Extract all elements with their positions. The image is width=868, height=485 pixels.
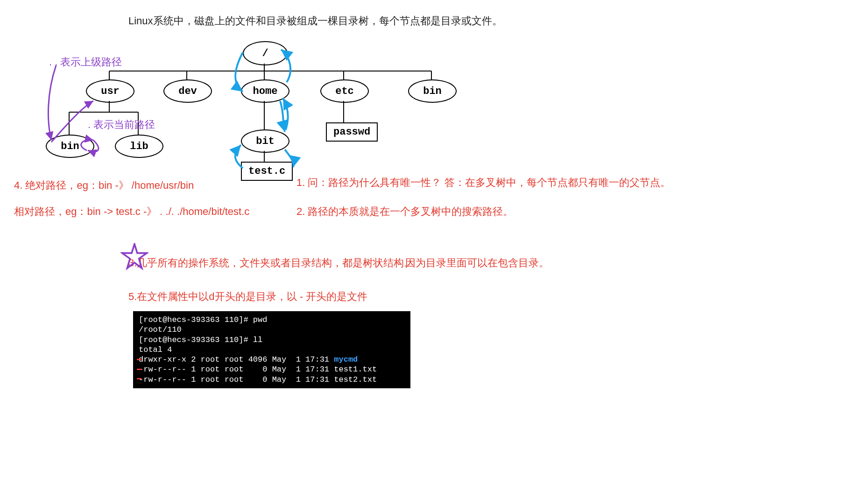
note-1: 1. 问：路径为什么具有唯一性？ 答：在多叉树中，每个节点都只有唯一的父节点。 [296,176,670,190]
note-4: 4. 绝对路径，eg：bin -》 /home/usr/bin [14,178,194,193]
term-l3: -rw-r--r-- 1 root root 0 May 1 17:31 tes… [139,375,377,384]
diagram-svg [0,0,868,485]
node-bit: bit [241,129,289,153]
node-usr: usr [86,79,134,103]
node-lib: lib [115,135,163,158]
underline-dash1 [137,369,141,370]
term-out1: /root/110 [139,325,182,334]
term-l1a: drwxr-xr-x 2 root root 4096 May 1 17:31 [139,355,334,364]
term-cmd1: pwd [253,315,268,324]
node-bin-top: bin [408,79,457,103]
node-passwd: passwd [326,122,378,142]
note-2: 2. 路径的本质就是在一个多叉树中的搜索路径。 [296,205,513,219]
terminal: [root@hecs-393363 110]# pwd /root/110 [r… [133,311,410,388]
term-l1b: mycmd [334,355,358,364]
node-home: home [241,79,289,103]
note-5: 5.在文件属性中以d开头的是目录，以 - 开头的是文件 [128,290,367,304]
node-bin: bin [46,135,94,158]
label-current-path: . 表示当前路径 [88,118,155,132]
note-3a: 3.几乎所有的操作系统，文件夹或者目录结构，都是树状结构。 [128,256,414,270]
underline-dash2 [137,378,141,379]
term-prompt2: [root@hecs-393363 110]# [139,335,253,344]
page: Linux系统中，磁盘上的文件和目录被组成一棵目录树，每个节点都是目录或文件。 … [0,0,868,485]
node-etc: etc [320,79,369,103]
term-prompt1: [root@hecs-393363 110]# [139,315,253,324]
term-l2: -rw-r--r-- 1 root root 0 May 1 17:31 tes… [139,365,377,374]
node-dev: dev [163,79,212,103]
intro-text: Linux系统中，磁盘上的文件和目录被组成一棵目录树，每个节点都是目录或文件。 [128,14,502,28]
note-3b: 因为目录里面可以在包含目录。 [405,256,549,270]
term-out2: total 4 [139,345,172,354]
node-testc: test.c [241,162,293,181]
star-icon [120,243,148,271]
term-cmd2: ll [253,335,262,344]
underline-d [137,359,141,360]
label-parent-path: . . 表示上级路径 [49,55,122,69]
note-4b: 相对路径，eg：bin -> test.c -》 . ./. ./home/bi… [14,205,249,219]
node-root: / [243,41,288,65]
